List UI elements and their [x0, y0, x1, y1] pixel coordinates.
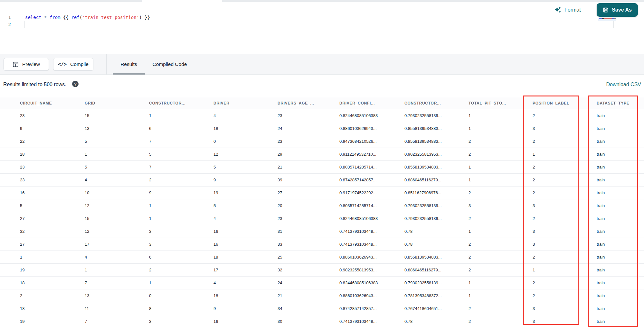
table-cell: 5 — [85, 161, 149, 173]
table-cell: 1 — [469, 109, 533, 122]
table-cell: 2 — [533, 109, 597, 122]
table-cell: 2 — [533, 187, 597, 199]
compile-button[interactable]: </> Compile — [53, 58, 93, 71]
table-cell: 0.8860465116279... — [404, 264, 469, 276]
current-line-highlight[interactable] — [24, 21, 614, 28]
table-cell: 21 — [278, 161, 339, 173]
table-row: 913618240.8860103626943...0.855813953488… — [0, 122, 644, 135]
table-cell: 0.8558139534883... — [404, 122, 469, 135]
table-cell: 0.7674418604651... — [404, 302, 469, 315]
table-cell: 1 — [469, 277, 533, 289]
table-cell: 3 — [533, 122, 597, 135]
table-cell: 2 — [469, 148, 533, 160]
table-cell: 6 — [149, 122, 213, 135]
table-row: 231514230.8244680851063830.7930232558139… — [0, 109, 644, 122]
table-cell: 7 — [149, 161, 213, 173]
save-icon — [603, 7, 609, 13]
table-cell: 1 — [533, 148, 597, 160]
table-cell: 5 — [85, 135, 149, 148]
table-cell: 30 — [278, 315, 339, 328]
table-cell: 15 — [85, 109, 149, 122]
table-row: 18714240.8244680851063830.7930232558139.… — [0, 277, 644, 289]
table-cell: 9 — [149, 187, 213, 199]
table-cell: 2 — [469, 251, 533, 263]
tab-results[interactable]: Results — [113, 54, 145, 75]
table-cell: 7 — [149, 135, 213, 148]
download-csv-link[interactable]: Download CSV — [606, 82, 641, 87]
table-cell: train — [597, 212, 644, 225]
table-cell: 2 — [469, 238, 533, 251]
table-cell: 0.7930232558139... — [404, 212, 469, 225]
table-cell: 29 — [278, 148, 339, 160]
table-cell: 0.9023255813953... — [404, 148, 469, 160]
table-cell: train — [597, 187, 644, 199]
help-icon[interactable]: ? — [72, 81, 79, 87]
table-cell: 5 — [213, 199, 278, 212]
table-cell: 3 — [533, 225, 597, 238]
table-cell: 23 — [0, 161, 85, 173]
table-cell: 1 — [149, 199, 213, 212]
code-token: ( — [80, 15, 82, 20]
tab-compiled-code[interactable]: Compiled Code — [149, 54, 191, 75]
table-cell: 1 — [469, 289, 533, 302]
table-cell: 8 — [149, 302, 213, 315]
table-row: 1610919270.9171974522292...0.85116279069… — [0, 187, 644, 199]
code-line[interactable]: select * from {{ ref('train_test_positio… — [25, 14, 150, 21]
table-cell: 2 — [149, 174, 213, 186]
table-body: 231514230.8244680851063830.7930232558139… — [0, 109, 644, 328]
table-cell: 0 — [149, 289, 213, 302]
table-cell: 3 — [533, 238, 597, 251]
editor-minimap[interactable] — [598, 18, 616, 21]
column-header: POSITION_LABEL — [533, 97, 597, 109]
row-limit-text: Results limited to 500 rows. — [3, 82, 66, 87]
save-as-label: Save As — [612, 7, 632, 13]
table-cell: 18 — [0, 302, 85, 315]
table-cell: 2 — [469, 187, 533, 199]
table-cell: 2 — [533, 289, 597, 302]
code-token: from — [50, 15, 61, 20]
table-cell: 0.8860103626943... — [339, 122, 404, 135]
table-cell: 23 — [278, 212, 339, 225]
table-cell: 0.9171974522292... — [339, 187, 404, 199]
table-cell: 0.7413793103448... — [339, 238, 404, 251]
table-cell: 39 — [278, 174, 339, 186]
table-row: 22570230.9473684210526...0.8558139534883… — [0, 135, 644, 148]
table-cell: 3 — [533, 315, 597, 328]
table-cell: 28 — [0, 148, 85, 160]
preview-button[interactable]: Preview — [4, 58, 49, 71]
table-cell: 0.78 — [404, 225, 469, 238]
table-cell: 18 — [213, 251, 278, 263]
table-row: 3212316310.7413793103448...0.7813train — [0, 225, 644, 238]
table-cell: 1 — [469, 161, 533, 173]
code-token: {{ — [63, 15, 69, 20]
code-token — [47, 15, 49, 20]
table-cell: 0.8860465116279... — [404, 174, 469, 186]
table-cell: 0 — [213, 135, 278, 148]
sql-editor[interactable]: 1 2 select * from {{ ref('train_test_pos… — [0, 2, 644, 54]
table-cell: 2 — [469, 302, 533, 315]
table-cell: 4 — [85, 174, 149, 186]
table-cell: 1 — [469, 122, 533, 135]
table-cell: 3 — [469, 199, 533, 212]
table-cell: 2 — [533, 135, 597, 148]
active-file-tab[interactable] — [142, 0, 222, 2]
table-cell: 2 — [533, 174, 597, 186]
table-cell: 16 — [0, 187, 85, 199]
compile-label: Compile — [70, 61, 89, 67]
table-cell: 11 — [85, 302, 149, 315]
format-button[interactable]: Format — [554, 5, 581, 15]
table-cell: 4 — [85, 251, 149, 263]
table-cell: train — [597, 238, 644, 251]
table-cell: 25 — [278, 251, 339, 263]
table-cell: 3 — [149, 315, 213, 328]
table-cell: 18 — [213, 289, 278, 302]
table-cell: 1 — [149, 212, 213, 225]
table-cell: train — [597, 161, 644, 173]
toolbar-divider — [106, 54, 107, 75]
table-cell: 9 — [213, 174, 278, 186]
table-cell: 23 — [0, 109, 85, 122]
save-as-button[interactable]: Save As — [597, 3, 638, 17]
table-cell: 0.7930232558139... — [404, 199, 469, 212]
table-cell: 6 — [149, 251, 213, 263]
table-cell: train — [597, 277, 644, 289]
